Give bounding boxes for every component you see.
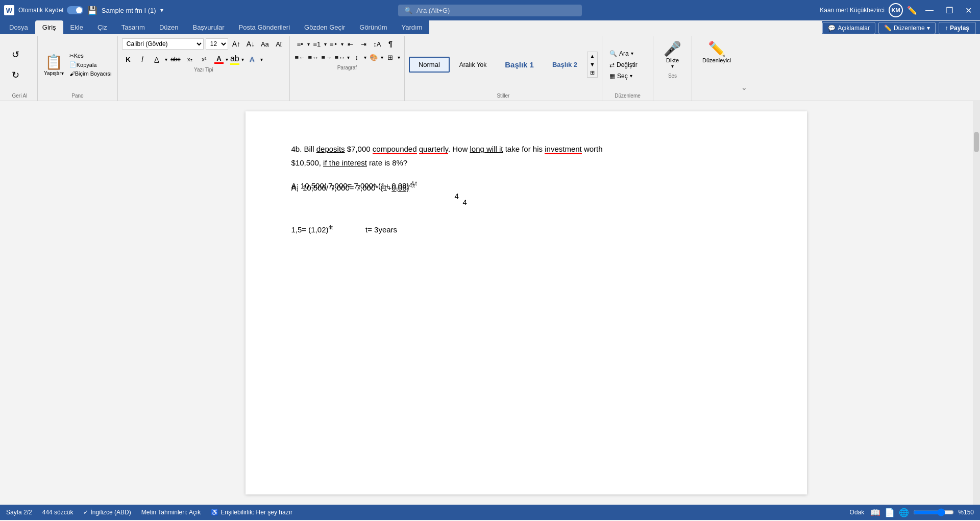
editor-label[interactable]: Düzenleyici — [702, 57, 731, 63]
font-family-select[interactable]: Calibri (Gövde) — [122, 38, 204, 50]
dictate-dropdown-icon[interactable]: ▾ — [671, 63, 674, 69]
tab-tasarim[interactable]: Tasarım — [114, 20, 152, 34]
shading-dropdown-icon[interactable]: ▾ — [381, 55, 383, 60]
share-button[interactable]: ↑ Paylaş — [939, 22, 976, 34]
tab-gozden[interactable]: Gözden Geçir — [297, 20, 352, 34]
tab-dosya[interactable]: Dosya — [2, 20, 35, 34]
style-normal[interactable]: Normal — [409, 57, 450, 73]
font-color-button[interactable]: A — [214, 55, 224, 64]
numbered-list-button[interactable]: ≡1 — [311, 38, 323, 50]
tab-duzen[interactable]: Düzen — [152, 20, 186, 34]
show-formatting-button[interactable]: ¶ — [384, 38, 397, 50]
text-effect-dropdown-icon[interactable]: ▾ — [260, 57, 263, 62]
bullet-dropdown-icon[interactable]: ▾ — [307, 41, 310, 47]
view-mode-icon-print[interactable]: 📄 — [885, 508, 895, 517]
font-size-decrease-button[interactable]: A↓ — [244, 38, 257, 50]
undo-button[interactable]: ↺ — [6, 45, 24, 64]
comments-button[interactable]: 💬 Açıklamalar — [822, 22, 875, 34]
styles-scroll-up-button[interactable]: ▲ — [587, 52, 597, 60]
borders-dropdown-icon[interactable]: ▾ — [398, 55, 400, 60]
line-spacing-button[interactable]: ↕ — [351, 52, 363, 63]
select-dropdown-icon[interactable]: ▾ — [630, 73, 632, 79]
document-scroll-area[interactable]: 4b. Bill deposits $7,000 compounded quar… — [79, 101, 973, 505]
redo-button[interactable]: ↻ — [6, 66, 24, 84]
style-no-spacing[interactable]: Aralık Yok — [451, 58, 495, 72]
cut-button[interactable]: ✂ Kes — [68, 52, 113, 60]
pen-icon[interactable]: ✏️ — [907, 6, 917, 15]
autosave-toggle[interactable]: Otomatik Kaydet — [18, 6, 83, 14]
underline-button[interactable]: A — [151, 54, 163, 65]
highlight-color-button[interactable]: ab — [230, 54, 239, 65]
ribbon-expand-button[interactable]: ⌄ — [741, 83, 747, 91]
align-left-button[interactable]: ≡← — [294, 52, 306, 63]
tab-goruntu[interactable]: Görünüm — [352, 20, 394, 34]
text-effect-button[interactable]: A — [246, 54, 258, 65]
select-button[interactable]: ▦ Seç ▾ — [606, 72, 649, 81]
align-dropdown-icon[interactable]: ▾ — [347, 55, 350, 60]
italic-button[interactable]: İ — [136, 54, 149, 65]
dictate-label[interactable]: Dikte — [666, 57, 679, 63]
comments-label: Açıklamalar — [838, 25, 870, 32]
focus-button[interactable]: Odak — [850, 509, 865, 516]
increase-indent-button[interactable]: ⇥ — [358, 38, 370, 50]
equation-full: A; 10,500/ 7,000= 7,000* (1+0,08)4.t — [291, 182, 761, 194]
restore-button[interactable]: ❐ — [942, 5, 957, 16]
align-center-button[interactable]: ≡↔ — [307, 52, 320, 63]
underline-dropdown-icon[interactable]: ▾ — [165, 57, 167, 62]
justify-button[interactable]: ≡↔ — [334, 52, 346, 63]
tab-ciz[interactable]: Çiz — [90, 20, 114, 34]
style-heading1[interactable]: Başlık 1 — [496, 57, 543, 73]
tab-posta[interactable]: Posta Gönderileri — [232, 20, 297, 34]
superscript-button[interactable]: x² — [198, 54, 210, 65]
view-mode-icon-read[interactable]: 📖 — [870, 508, 880, 517]
multilevel-list-button[interactable]: ≡‣ — [328, 38, 340, 50]
copy-button[interactable]: 📄 Kopyala — [68, 61, 113, 68]
format-painter-button[interactable]: 🖌 Biçim Boyacısı — [68, 70, 113, 77]
scrollbar[interactable] — [973, 101, 980, 505]
minimize-button[interactable]: — — [921, 5, 938, 16]
autosave-toggle-switch[interactable] — [67, 6, 83, 14]
scrollbar-thumb[interactable] — [974, 132, 979, 152]
accessibility-text: Erişilebilirlik: Her şey hazır — [220, 509, 292, 516]
search-box[interactable]: 🔍 Ara (Alt+G) — [398, 5, 582, 16]
decrease-indent-button[interactable]: ⇤ — [345, 38, 357, 50]
editing-mode-button[interactable]: ✏️ Düzenleme ▾ — [878, 22, 936, 34]
tab-ekle[interactable]: Ekle — [63, 20, 90, 34]
font-case-button[interactable]: Aa — [259, 38, 271, 50]
numbered-dropdown-icon[interactable]: ▾ — [324, 41, 327, 47]
clear-format-button[interactable]: A⃝ — [273, 38, 285, 50]
bullet-list-button[interactable]: ≡• — [294, 38, 306, 50]
tab-basvurular[interactable]: Başvurular — [185, 20, 231, 34]
align-right-button[interactable]: ≡→ — [321, 52, 333, 63]
paste-dropdown-icon[interactable]: ▾ — [61, 70, 64, 76]
shading-button[interactable]: 🎨 — [368, 52, 380, 63]
tab-yardim[interactable]: Yardım — [394, 20, 429, 34]
dropdown-arrow-icon[interactable]: ▾ — [160, 7, 163, 14]
font-color-dropdown-icon[interactable]: ▾ — [226, 57, 228, 62]
view-mode-icon-web[interactable]: 🌐 — [899, 508, 909, 517]
replace-button[interactable]: ⇄ Değiştir — [606, 60, 649, 69]
spacing-dropdown-icon[interactable]: ▾ — [364, 55, 366, 60]
multilevel-dropdown-icon[interactable]: ▾ — [341, 41, 344, 47]
find-button[interactable]: 🔍 Ara ▾ — [606, 49, 649, 58]
find-dropdown-icon[interactable]: ▾ — [631, 51, 633, 56]
zoom-slider[interactable] — [913, 508, 954, 516]
bold-button[interactable]: K — [122, 54, 134, 65]
font-size-increase-button[interactable]: A↑ — [230, 38, 242, 50]
paragraph-row1: ≡• ▾ ≡1 ▾ ≡‣ ▾ ⇤ ⇥ ↕A ¶ — [294, 38, 400, 50]
style-heading2[interactable]: Başlık 2 — [544, 57, 586, 72]
paste-button[interactable]: 📋 Yapıştır ▾ — [42, 52, 66, 78]
sort-button[interactable]: ↕A — [371, 38, 383, 50]
title-search-bar[interactable]: 🔍 Ara (Alt+G) — [328, 5, 652, 16]
styles-scroll-down-button[interactable]: ▼ — [587, 60, 597, 68]
borders-button[interactable]: ⊞ — [384, 52, 397, 63]
styles-expand-button[interactable]: ⊞ — [587, 68, 597, 77]
strikethrough-button[interactable]: abc — [169, 54, 182, 65]
save-icon[interactable]: 💾 — [87, 6, 97, 15]
font-size-select[interactable]: 12 — [206, 38, 228, 50]
highlight-dropdown-icon[interactable]: ▾ — [241, 57, 244, 62]
subscript-button[interactable]: x₂ — [184, 54, 196, 65]
close-button[interactable]: ✕ — [961, 5, 976, 16]
tab-giris[interactable]: Giriş — [35, 20, 63, 34]
language-indicator[interactable]: ✓ İngilizce (ABD) — [83, 509, 131, 516]
